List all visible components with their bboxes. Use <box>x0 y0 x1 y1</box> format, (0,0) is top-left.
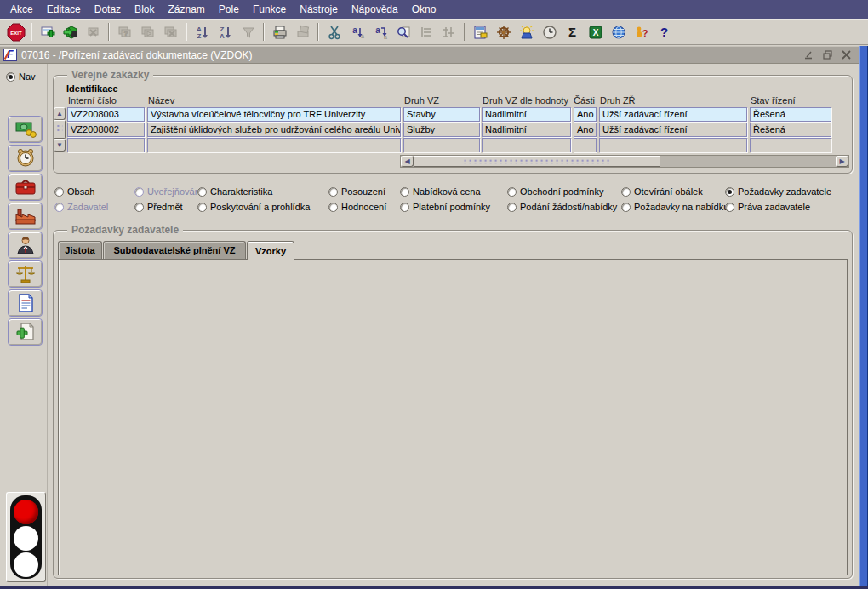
restore-button[interactable] <box>821 49 834 61</box>
menu-okno[interactable]: Okno <box>405 1 443 18</box>
menu-funkce[interactable]: Funkce <box>246 1 293 18</box>
minimize-button[interactable] <box>802 49 815 61</box>
option-platebni-podminky[interactable]: Platební podmínky <box>400 202 490 212</box>
menu-blok[interactable]: Blok <box>128 1 161 18</box>
helm-button[interactable] <box>492 21 515 43</box>
option-nabidkova-cena[interactable]: Nabídková cena <box>400 186 481 197</box>
option-podani-zadosti-nabidky[interactable]: Podání žádosti/nabídky <box>507 202 617 212</box>
toolbox-button[interactable] <box>8 174 43 201</box>
context-help-icon: ? <box>634 25 649 40</box>
add-document-button[interactable] <box>8 318 43 346</box>
form-detail-button[interactable] <box>469 21 492 43</box>
menu-zaznam[interactable]: Záznam <box>161 1 211 18</box>
document-button[interactable] <box>8 289 43 317</box>
money-button[interactable] <box>8 116 43 143</box>
enter-query-button: ? <box>113 21 136 43</box>
option-prava-zadavatele[interactable]: Práva zadavatele <box>725 202 810 212</box>
menu-napoveda[interactable]: Nápověda <box>345 1 405 18</box>
save-record-button[interactable] <box>59 21 82 43</box>
paste-button[interactable]: a a <box>368 21 391 43</box>
sum-button[interactable]: Σ <box>561 21 584 43</box>
grid-hscroll-thumb[interactable] <box>414 156 660 167</box>
tab-jistota[interactable]: Jistota <box>58 241 102 259</box>
menu-dotaz[interactable]: Dotaz <box>88 1 128 18</box>
option-obchodni-podminky[interactable]: Obchodní podmínky <box>507 186 603 197</box>
sort-descending-button[interactable]: Z A <box>214 21 237 43</box>
option-pozadavky-na-nabidku[interactable]: Požadavky na nabídku <box>621 202 728 212</box>
outline-expand-icon <box>442 25 457 40</box>
grid-hscrollbar[interactable]: ◀ ▶ <box>400 155 849 168</box>
cell-stav-rizeni[interactable] <box>750 138 831 152</box>
cell-nazev[interactable]: Zajištění úklidových služeb pro udržován… <box>147 123 401 137</box>
radio-icon <box>197 203 207 212</box>
businessman-button[interactable] <box>8 232 43 259</box>
cell-druh-vz[interactable] <box>403 138 480 152</box>
add-document-icon <box>15 322 36 342</box>
toolbox-icon <box>14 177 37 197</box>
form-canvas: Nav <box>0 64 859 586</box>
web-button[interactable] <box>607 21 630 43</box>
exit-button[interactable]: EXIT <box>4 21 27 43</box>
option-predmet[interactable]: Předmět <box>134 202 183 212</box>
menu-editace[interactable]: Editace <box>40 1 88 18</box>
close-button[interactable] <box>840 49 853 61</box>
clock-button[interactable] <box>538 21 561 43</box>
print-button[interactable] <box>268 21 291 43</box>
option-hodnoceni[interactable]: Hodnocení <box>328 202 386 212</box>
menu-pole[interactable]: Pole <box>212 1 246 18</box>
cell-interni-cislo[interactable]: VZ2008002 <box>67 123 145 137</box>
radio-icon <box>621 187 631 197</box>
cell-casti[interactable]: Ano <box>574 107 597 122</box>
group-label: Požadavky zadavatele <box>67 224 183 236</box>
alarm-clock-button[interactable] <box>8 145 43 172</box>
menu-akce[interactable]: Akce <box>3 1 40 18</box>
option-poskytovani-a-prohlidka[interactable]: Poskytování a prohlídka <box>197 202 310 212</box>
option-otevirani-obalek[interactable]: Otevírání obálek <box>621 186 703 197</box>
factory-button[interactable] <box>8 203 43 230</box>
option-charakteristika[interactable]: Charakteristika <box>197 186 272 197</box>
context-help-button[interactable]: ? <box>630 21 653 43</box>
nav-toggle[interactable]: Nav <box>6 71 36 82</box>
cell-stav-rizeni[interactable]: Řešená <box>750 107 831 122</box>
cell-interni-cislo[interactable]: VZ2008003 <box>67 107 145 122</box>
cell-druh-zr[interactable] <box>599 138 747 152</box>
find-button[interactable] <box>391 21 414 43</box>
option-pozadavky-zadavatele[interactable]: Požadavky zadavatele <box>725 186 831 197</box>
menu-nastroje[interactable]: Nástroje <box>293 1 345 18</box>
record-scroll-up[interactable]: ▲ <box>54 107 66 120</box>
tab-vzorky[interactable]: Vzorky <box>247 241 294 260</box>
tab-label: Subdodavatelské plnění VZ <box>113 245 235 255</box>
cell-druh-vz-hodnoty[interactable]: Nadlimitní <box>482 107 571 122</box>
traffic-light-bottom <box>14 552 38 577</box>
help-icon: ? <box>660 25 668 39</box>
tab-subdodavatelske-plneni[interactable]: Subdodavatelské plnění VZ <box>103 241 246 259</box>
cell-casti[interactable] <box>574 138 597 152</box>
cut-button[interactable] <box>323 21 345 43</box>
scales-button[interactable] <box>8 260 43 288</box>
cell-nazev[interactable] <box>147 138 401 152</box>
cell-nazev[interactable]: Výstavba víceúčelové tělocvičny pro TRF … <box>147 107 401 122</box>
sort-ascending-button[interactable]: A Z <box>191 21 214 43</box>
cell-druh-zr[interactable]: Užší zadávací řízení <box>599 107 747 122</box>
option-posouzeni[interactable]: Posouzení <box>328 186 385 197</box>
excel-export-button[interactable]: X <box>584 21 607 43</box>
filter-button <box>237 21 260 43</box>
grid-hscroll-right[interactable]: ▶ <box>836 156 848 167</box>
cell-druh-zr[interactable]: Užší zadávací řízení <box>599 123 747 137</box>
option-obsah[interactable]: Obsah <box>54 186 94 197</box>
cell-druh-vz[interactable]: Služby <box>403 123 480 137</box>
cell-interni-cislo[interactable] <box>67 138 145 152</box>
cell-stav-rizeni[interactable]: Řešená <box>750 123 831 137</box>
cell-casti[interactable]: Ano <box>574 123 597 137</box>
help-button[interactable]: ? <box>653 21 676 43</box>
insert-record-button[interactable] <box>36 21 59 43</box>
record-scroll-down[interactable]: ▼ <box>54 139 66 152</box>
cell-druh-vz[interactable]: Stavby <box>403 107 480 122</box>
cell-druh-vz-hodnoty[interactable] <box>482 138 571 152</box>
copy-button[interactable]: a a <box>345 21 368 43</box>
record-scroll-thumb[interactable] <box>54 120 66 139</box>
grid-hscroll-left[interactable]: ◀ <box>401 156 414 167</box>
alert-lamp-button[interactable] <box>515 21 538 43</box>
cell-druh-vz-hodnoty[interactable]: Nadlimitní <box>482 123 571 137</box>
option-label: Zadavatel <box>67 202 108 212</box>
